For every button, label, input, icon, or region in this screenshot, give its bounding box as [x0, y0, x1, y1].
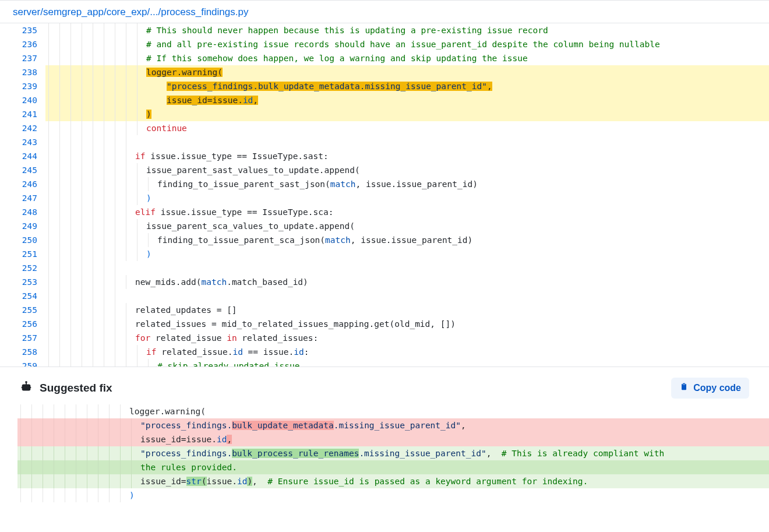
- line-number: 239: [0, 79, 45, 93]
- line-number: 251: [0, 247, 45, 261]
- code-line: 239 "process_findings.bulk_update_metada…: [0, 79, 769, 93]
- diff-line: "process_findings.bulk_update_metadata.m…: [17, 418, 769, 432]
- code-line: 248elif issue.issue_type == IssueType.sc…: [0, 205, 769, 219]
- line-number: 235: [0, 23, 45, 37]
- code-line: 250finding_to_issue_parent_sca_json(matc…: [0, 233, 769, 247]
- code-line: 237# If this somehow does happen, we log…: [0, 51, 769, 65]
- code-line: 256related_issues = mid_to_related_issue…: [0, 317, 769, 331]
- line-number: 250: [0, 233, 45, 247]
- suggested-fix-header: Suggested fix Copy code: [0, 367, 769, 404]
- line-number: 242: [0, 121, 45, 135]
- diff-line: ): [17, 488, 769, 502]
- code-line: 254: [0, 289, 769, 303]
- svg-point-4: [26, 381, 27, 382]
- copy-code-button[interactable]: Copy code: [671, 378, 749, 399]
- line-number: 244: [0, 149, 45, 163]
- robot-icon: [20, 380, 33, 396]
- line-number: 237: [0, 51, 45, 65]
- code-line: 246finding_to_issue_parent_sast_json(mat…: [0, 177, 769, 191]
- code-viewer: 235# This should never happen because th…: [0, 23, 769, 367]
- svg-point-1: [24, 386, 25, 387]
- line-number: 256: [0, 317, 45, 331]
- clipboard-icon: [679, 382, 689, 394]
- svg-rect-8: [683, 383, 685, 385]
- line-number: 236: [0, 37, 45, 51]
- code-line: 249issue_parent_sca_values_to_update.app…: [0, 219, 769, 233]
- code-line: 238logger.warning(: [0, 65, 769, 79]
- line-number: 249: [0, 219, 45, 233]
- code-line: 242continue: [0, 121, 769, 135]
- code-line: 258if related_issue.id == issue.id:: [0, 345, 769, 359]
- code-line: 255related_updates = []: [0, 303, 769, 317]
- line-number: 245: [0, 163, 45, 177]
- line-number: 253: [0, 275, 45, 289]
- code-line: 253new_mids.add(match.match_based_id): [0, 275, 769, 289]
- suggested-fix-title: Suggested fix: [40, 382, 112, 394]
- diff-viewer: logger.warning("process_findings.bulk_up…: [0, 404, 769, 508]
- line-number: 257: [0, 331, 45, 345]
- diff-line: the rules provided.: [17, 460, 769, 474]
- code-line: 235# This should never happen because th…: [0, 23, 769, 37]
- line-number: 240: [0, 93, 45, 107]
- code-line: 259# skip already updated issue: [0, 359, 769, 367]
- line-number: 252: [0, 261, 45, 275]
- diff-line: "process_findings.bulk_process_rule_rena…: [17, 446, 769, 460]
- code-line: 241): [0, 107, 769, 121]
- code-line: 236# and all pre-existing issue records …: [0, 37, 769, 51]
- line-number: 254: [0, 289, 45, 303]
- breadcrumb-link[interactable]: server/semgrep_app/core_exp/.../process_…: [13, 6, 248, 17]
- svg-point-2: [27, 386, 29, 387]
- line-number: 246: [0, 177, 45, 191]
- line-number: 247: [0, 191, 45, 205]
- line-number: 243: [0, 135, 45, 149]
- line-number: 255: [0, 303, 45, 317]
- line-number: 259: [0, 359, 45, 367]
- code-line: 251): [0, 247, 769, 261]
- diff-line: issue_id=str(issue.id), # Ensure issue_i…: [17, 474, 769, 488]
- code-line: 257for related_issue in related_issues:: [0, 331, 769, 345]
- code-line: 244if issue.issue_type == IssueType.sast…: [0, 149, 769, 163]
- line-number: 241: [0, 107, 45, 121]
- line-number: 238: [0, 65, 45, 79]
- diff-line: logger.warning(: [17, 404, 769, 418]
- code-line: 247): [0, 191, 769, 205]
- diff-line: issue_id=issue.id,: [17, 432, 769, 446]
- code-line: 240 issue_id=issue.id,: [0, 93, 769, 107]
- code-line: 243: [0, 135, 769, 149]
- copy-code-label: Copy code: [693, 383, 741, 393]
- line-number: 248: [0, 205, 45, 219]
- code-line: 252: [0, 261, 769, 275]
- code-line: 245issue_parent_sast_values_to_update.ap…: [0, 163, 769, 177]
- line-number: 258: [0, 345, 45, 359]
- breadcrumb: server/semgrep_app/core_exp/.../process_…: [0, 0, 769, 23]
